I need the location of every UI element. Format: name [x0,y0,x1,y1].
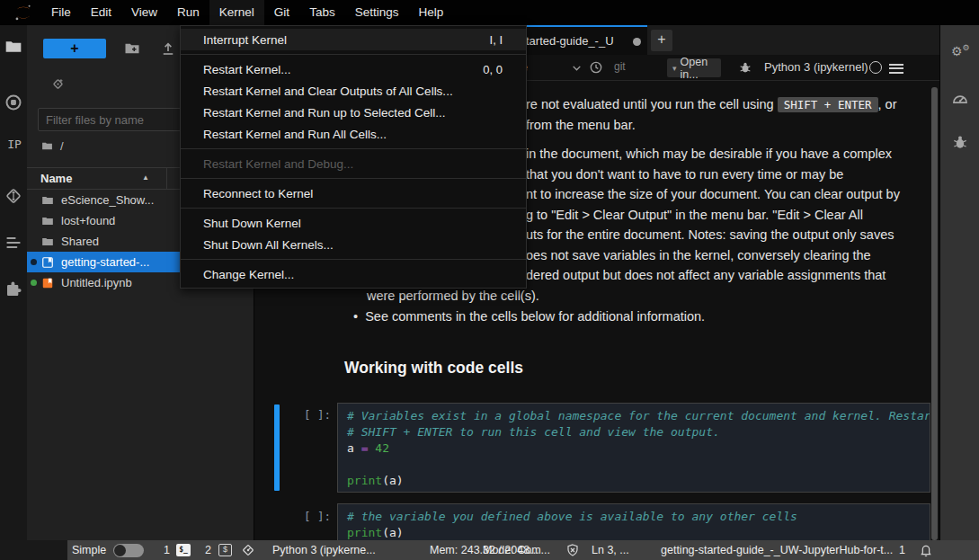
selected-cell-indicator [274,404,280,491]
upload-icon[interactable] [160,40,176,57]
table-of-contents-icon[interactable] [4,234,22,252]
not-trusted-shield-icon [565,543,580,557]
menu-item-restart-run-all[interactable]: Restart Kernel and Run All Cells... [181,123,526,145]
menu-item-label: Shut Down All Kernels... [203,238,334,252]
menu-separator [181,178,526,179]
menu-separator [181,259,526,260]
menu-item-restart-debug: Restart Kernel and Debug... [181,153,526,174]
menu-item-reconnect[interactable]: Reconnect to Kernel [181,182,526,204]
command-mode-indicator[interactable]: Mode: Com... [483,540,550,560]
debugger-bug-icon[interactable] [951,133,969,151]
git-clone-icon[interactable] [51,77,65,91]
code-cell-editor[interactable]: # Variables exist in a global namespace … [337,403,930,493]
kernel-menu-dropdown: Interrupt Kernel I, I Restart Kernel... … [180,25,527,289]
new-folder-icon[interactable] [124,40,140,57]
markdown-line: in the document, which may be desirable … [526,147,892,161]
markdown-line: re not evaluated until you run the cell … [526,97,897,111]
menu-item-shortcut: I, I [490,33,503,47]
git-branch-icon[interactable] [241,543,255,557]
file-name: eScience_Show... [61,193,154,207]
chevron-down-icon[interactable] [571,62,583,74]
column-divider [166,168,167,190]
menu-item-restart-kernel[interactable]: Restart Kernel... 0, 0 [181,58,526,80]
console-icon[interactable]: $ [218,544,232,556]
jupyter-logo [13,3,34,22]
kernel-running-dot [31,280,37,286]
sort-ascending-icon: ▲ [142,173,149,182]
kernels-count[interactable]: 2 [205,540,211,560]
kernel-status-text[interactable]: Python 3 (ipykerne... [272,540,376,560]
menu-item-interrupt-kernel[interactable]: Interrupt Kernel I, I [181,29,526,50]
tab-dirty-close-icon[interactable] [633,38,641,46]
markdown-line: were performed by the cell(s). [367,289,539,303]
menu-settings[interactable]: Settings [345,0,409,25]
code-token: (a) [382,526,403,539]
terminal-icon[interactable]: $_ [176,544,191,556]
notebook-icon [40,277,55,289]
menu-separator [181,54,526,55]
inline-code-badge: SHIFT + ENTER [778,97,878,112]
menu-item-change-kernel[interactable]: Change Kernel... [181,263,526,285]
files-icon[interactable] [4,38,22,56]
chevron-down-icon: ▾ [672,64,677,73]
menu-edit[interactable]: Edit [81,0,121,25]
debugger-bug-icon[interactable] [738,60,752,75]
code-cell-editor[interactable]: # the variable you defined above is avai… [337,503,930,543]
new-launcher-button[interactable]: + [43,39,106,58]
open-in-button[interactable]: ▾ Open in... [667,58,721,77]
vertical-scrollbar[interactable] [931,87,938,540]
hamburger-menu-icon[interactable] [889,61,903,74]
cell-prompt: [ ]: [304,408,331,422]
open-in-label: Open in... [681,56,716,81]
bell-icon[interactable] [919,543,933,557]
menu-tabs[interactable]: Tabs [299,0,345,25]
clock-icon[interactable] [589,60,603,75]
menu-kernel[interactable]: Kernel [209,0,264,25]
code-comment: # Variables exist in a global namespace … [347,409,930,422]
tab-label: tarted-guide_-_U [526,34,614,48]
code-comment: # the variable you defined above is avai… [347,510,797,523]
menu-view[interactable]: View [121,0,167,25]
notifications-count[interactable]: 1 [899,540,905,560]
code-token: print [347,474,382,487]
home-folder-icon [40,140,54,152]
menu-help[interactable]: Help [408,0,453,25]
git-icon[interactable] [4,187,22,205]
code-token: (a) [382,474,403,487]
code-token: = [361,441,369,455]
md-text: re not evaluated until you run the cell … [526,97,778,111]
console-tab-label[interactable]: IP [3,138,26,151]
breadcrumb-root[interactable]: / [60,139,64,153]
menu-item-shut-down-kernel[interactable]: Shut Down Kernel [181,212,526,234]
extensions-icon[interactable] [4,280,22,298]
menu-item-restart-run-up-to[interactable]: Restart Kernel and Run up to Selected Ce… [181,102,526,123]
markdown-line: nt to increase the size of your document… [526,187,900,201]
kernel-status-icon[interactable] [869,61,882,74]
menu-item-label: Change Kernel... [203,268,294,281]
folder-icon [40,236,55,248]
left-activity-bar: IP [0,25,27,560]
menu-item-label: Restart Kernel and Debug... [203,157,353,171]
system-monitor-gauge-icon[interactable] [951,90,969,108]
terminals-count[interactable]: 1 [164,540,170,560]
simple-mode-toggle[interactable] [113,544,144,557]
kernel-name[interactable]: Python 3 (ipykernel) [764,60,868,74]
code-comment: # SHIFT + ENTER to run this cell and vie… [347,425,720,439]
menu-item-restart-clear-outputs[interactable]: Restart Kernel and Clear Outputs of All … [181,80,526,102]
menu-git[interactable]: Git [264,0,299,25]
markdown-line: oes not save variables in the kernel, co… [526,248,871,262]
breadcrumb[interactable]: / [40,138,64,154]
property-inspector-gears-icon[interactable]: ⚙⚙ [951,43,969,61]
menu-item-label: Shut Down Kernel [203,217,301,230]
line-column-indicator[interactable]: Ln 3, ... [592,540,629,560]
folder-icon [40,215,55,227]
markdown-line: dered output but does not affect any var… [526,268,886,282]
running-kernels-icon[interactable] [4,93,22,111]
menu-item-shut-down-all[interactable]: Shut Down All Kernels... [181,234,526,255]
menu-run[interactable]: Run [167,0,209,25]
menu-file[interactable]: File [41,0,81,25]
md-text: , or [878,97,897,111]
new-tab-button[interactable]: + [651,30,672,51]
name-column-header[interactable]: Name [40,172,72,185]
status-bar: Simple 1 $_ 2 $ Python 3 (ipykerne... Me… [0,540,979,560]
